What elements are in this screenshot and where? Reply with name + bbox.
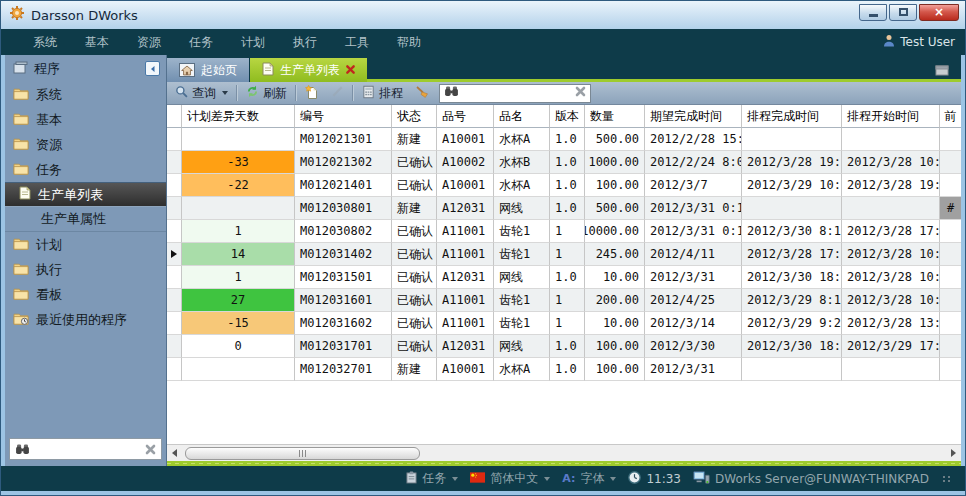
sidebar-item[interactable]: 任务 (5, 157, 166, 182)
schedule-button[interactable]: 排程 (358, 83, 407, 104)
horizontal-scrollbar[interactable] (167, 444, 961, 461)
column-header[interactable]: 数量 (585, 105, 645, 128)
table-row[interactable]: M012032701新建A10001水杯A1.0100.002012/3/31 (167, 358, 961, 381)
cell-item_no: A10002 (437, 151, 494, 174)
cell-sched_end (742, 358, 842, 381)
cell-item_name: 水杯A (494, 174, 550, 197)
column-header[interactable]: 排程完成时间 (742, 105, 842, 128)
toolbar-search-input[interactable] (463, 86, 571, 100)
toolbar-search-clear-icon[interactable] (575, 86, 586, 100)
edit-button[interactable] (327, 83, 348, 103)
tab-active[interactable]: 生产单列表 (250, 58, 367, 82)
query-button[interactable]: 查询 (171, 83, 232, 104)
sidebar-search-clear-icon[interactable] (145, 440, 156, 459)
sidebar-collapse-button[interactable] (145, 61, 160, 76)
refresh-button[interactable]: 刷新 (242, 83, 291, 104)
menu-item[interactable]: 帮助 (387, 31, 431, 54)
cell-expected: 2012/3/31 0:10 (645, 197, 742, 220)
resize-grip[interactable] (943, 476, 951, 482)
menu-item[interactable]: 资源 (127, 31, 171, 54)
table-row[interactable]: -22M012021401已确认A10001水杯A1.0100.002012/3… (167, 174, 961, 197)
cell-extra (940, 312, 961, 335)
table-row[interactable]: M012030801新建A12031网线1.0500.002012/3/31 0… (167, 197, 961, 220)
cell-qty: 100.00 (585, 335, 645, 358)
column-header[interactable]: 排程开始时间 (842, 105, 940, 128)
cell-item_name: 齿轮1 (494, 312, 550, 335)
cell-qty: 500.00 (585, 197, 645, 220)
row-indicator (167, 358, 182, 381)
sidebar: 程序 系统基本资源任务生产单列表生产单属性计划执行看板最近使用的程序 (5, 55, 167, 466)
cell-sched_start: 2012/3/28 10:52 (842, 289, 940, 312)
column-header[interactable] (167, 105, 182, 128)
cell-qty: 10000.00 (585, 220, 645, 243)
maximize-button[interactable] (889, 4, 917, 21)
cell-sched_start (842, 128, 940, 151)
sidebar-item[interactable]: 基本 (5, 107, 166, 132)
cell-id: M012032701 (295, 358, 392, 381)
sidebar-item[interactable]: 最近使用的程序 (5, 307, 166, 332)
new-button[interactable] (301, 83, 323, 104)
scrollbar-thumb[interactable] (185, 447, 420, 460)
status-language-label: 简体中文 (490, 470, 538, 487)
minimize-button[interactable] (859, 4, 887, 21)
language-dropdown-caret (544, 477, 550, 481)
table-row[interactable]: M012021301新建A10001水杯A1.0500.002012/2/28 … (167, 128, 961, 151)
menu-item[interactable]: 执行 (283, 31, 327, 54)
cell-id: M012021301 (295, 128, 392, 151)
column-header[interactable]: 编号 (295, 105, 392, 128)
folder-icon (13, 87, 29, 103)
menu-item[interactable]: 计划 (231, 31, 275, 54)
column-header[interactable]: 品号 (437, 105, 494, 128)
table-row[interactable]: 27M012031601已确认A11001齿轮11200.002012/4/25… (167, 289, 961, 312)
sidebar-item[interactable]: 执行 (5, 257, 166, 282)
menu-item[interactable]: 基本 (75, 31, 119, 54)
status-task-menu[interactable]: 任务 (406, 470, 458, 487)
close-button[interactable]: × (919, 4, 959, 21)
user-area[interactable]: Test User (883, 34, 955, 50)
status-server[interactable]: DWorks Server@FUNWAY-THINKPAD (693, 471, 929, 487)
column-header[interactable]: 版本 (550, 105, 585, 128)
table-row[interactable]: -33M012021302已确认A10002水杯B1.01000.002012/… (167, 151, 961, 174)
cell-diff (182, 128, 295, 151)
app-window: Darsson DWorks × 系统基本资源任务计划执行工具帮助 Test U… (0, 0, 966, 496)
column-header[interactable]: 品名 (494, 105, 550, 128)
cell-version: 1.0 (550, 358, 585, 381)
cell-extra (940, 220, 961, 243)
column-header[interactable]: 前 (940, 105, 961, 128)
table-row[interactable]: 0M012031701已确认A12031网线1.0100.002012/3/30… (167, 335, 961, 358)
cell-id: M012021302 (295, 151, 392, 174)
sidebar-item[interactable]: 系统 (5, 82, 166, 107)
tab-close-icon[interactable] (346, 63, 355, 77)
clean-button[interactable] (411, 83, 433, 104)
sidebar-search-box (9, 438, 162, 460)
table-row[interactable]: -15M012031602已确认A11001齿轮1110.002012/3/14… (167, 312, 961, 335)
cell-sched_end (742, 128, 842, 151)
cell-status: 已确认 (392, 266, 437, 289)
column-header[interactable]: 计划差异天数 (182, 105, 295, 128)
sidebar-item[interactable]: 计划 (5, 232, 166, 257)
table-row[interactable]: 14M012031402已确认A11001齿轮11245.002012/4/11… (167, 243, 961, 266)
menu-item[interactable]: 任务 (179, 31, 223, 54)
cell-id: M012021401 (295, 174, 392, 197)
column-header[interactable]: 期望完成时间 (645, 105, 742, 128)
table-row[interactable]: 1M012030802已确认A11001齿轮1110000.002012/3/3… (167, 220, 961, 243)
scroll-left-arrow[interactable] (167, 446, 181, 461)
tab-inactive[interactable]: 起始页 (167, 58, 250, 82)
pin-panel-icon[interactable] (935, 61, 949, 80)
sidebar-item[interactable]: 资源 (5, 132, 166, 157)
scroll-right-arrow[interactable] (946, 446, 960, 461)
menu-item[interactable]: 工具 (335, 31, 379, 54)
cell-diff: -33 (182, 151, 295, 174)
status-language-menu[interactable]: 简体中文 (470, 470, 550, 487)
sidebar-search-input[interactable] (35, 442, 140, 456)
sidebar-item[interactable]: 生产单列表 (5, 182, 166, 207)
table-row[interactable]: 1M012031501已确认A12031网线1.010.002012/3/312… (167, 266, 961, 289)
pencil-icon (331, 85, 344, 101)
sidebar-item[interactable]: 生产单属性 (5, 207, 166, 232)
status-font-menu[interactable]: A: 字体 (562, 470, 616, 487)
column-header[interactable]: 状态 (392, 105, 437, 128)
sidebar-item-label: 看板 (36, 286, 62, 304)
sidebar-item[interactable]: 看板 (5, 282, 166, 307)
toolbar: 查询 刷新 (167, 82, 961, 105)
menu-item[interactable]: 系统 (23, 31, 67, 54)
